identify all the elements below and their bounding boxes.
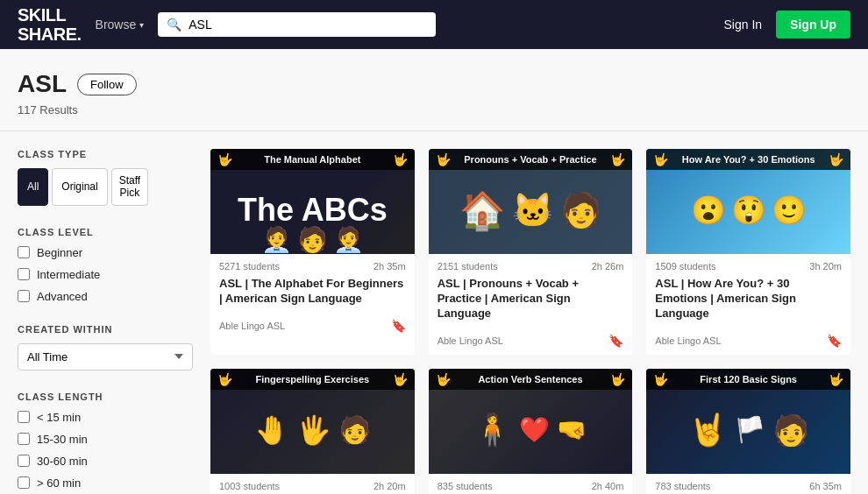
course-card-2[interactable]: 🤟 Pronouns + Vocab + Practice 🤟 🏠 🐱 🧑 21… [429, 149, 633, 355]
signup-button[interactable]: Sign Up [776, 11, 850, 39]
bookmark-icon-3[interactable]: 🔖 [827, 334, 842, 348]
course-students-3: 1509 students [655, 261, 715, 272]
class-type-filter: CLASS TYPE All Original StaffPick [18, 149, 193, 206]
beginner-checkbox-input[interactable] [18, 246, 30, 258]
course-students-1: 5271 students [219, 261, 280, 272]
chevron-down-icon: ▾ [139, 20, 144, 30]
course-thumbnail-2: 🤟 Pronouns + Vocab + Practice 🤟 🏠 🐱 🧑 [429, 149, 633, 254]
course-author-1: Able Lingo ASL [219, 321, 285, 331]
length-30-60min-input[interactable] [18, 455, 30, 467]
course-title-1: ASL | The Alphabet For Beginners | Ameri… [219, 277, 406, 307]
course-card-4[interactable]: 🤟 Fingerspelling Exercises 🤟 🤚 🖐️ 🧑 1003… [210, 369, 415, 494]
length-15-30min-input[interactable] [18, 433, 30, 445]
search-icon: 🔍 [167, 18, 181, 32]
thumb-banner-6: 🤟 First 120 Basic Signs 🤟 [646, 369, 850, 390]
course-students-4: 1003 students [219, 481, 280, 491]
length-60min-plus-input[interactable] [18, 476, 30, 489]
type-btn-all[interactable]: All [18, 168, 48, 206]
sidebar: CLASS TYPE All Original StaffPick CLASS … [18, 149, 193, 494]
banner-icon-1: 🤟 [217, 152, 232, 166]
length-30-60min-checkbox[interactable]: 30-60 min [18, 455, 193, 468]
course-title-3: ASL | How Are You? + 30 Emotions | Ameri… [655, 277, 842, 321]
type-btn-original[interactable]: Original [52, 168, 107, 206]
course-students-5: 835 students [438, 481, 493, 491]
course-grid: 🤟 The Manual Alphabet 🤟 The ABCs 🧑‍💼 🧑 🧑… [210, 149, 850, 494]
main-container: ASL Follow 117 Results CLASS TYPE All Or… [0, 49, 868, 494]
banner-icon-right-6: 🤟 [829, 372, 843, 386]
course-duration-3: 3h 20m [809, 261, 842, 272]
banner-icon-right-4: 🤟 [393, 372, 408, 386]
thumb-banner-5: 🤟 Action Verb Sentences 🤟 [429, 369, 633, 390]
bookmark-icon-2[interactable]: 🔖 [608, 334, 623, 348]
course-duration-6: 6h 35m [809, 481, 842, 491]
course-info-4: 1003 students 2h 20m ASL | Fingerspellin… [210, 474, 415, 494]
advanced-checkbox-input[interactable] [18, 290, 30, 302]
course-meta-6: 783 students 6h 35m [655, 481, 842, 491]
banner-icon-4: 🤟 [217, 372, 232, 386]
content-row: CLASS TYPE All Original StaffPick CLASS … [0, 131, 868, 494]
course-duration-2: 2h 26m [592, 261, 624, 272]
thumb-banner-1: 🤟 The Manual Alphabet 🤟 [210, 149, 415, 170]
banner-icon-right-2: 🤟 [610, 152, 625, 166]
search-box: 🔍 [158, 12, 436, 37]
course-info-2: 2151 students 2h 26m ASL | Pronouns + Vo… [429, 254, 633, 334]
intermediate-checkbox[interactable]: Intermediate [18, 268, 193, 281]
course-footer-2: Able Lingo ASL 🔖 [429, 334, 633, 355]
signin-button[interactable]: Sign In [724, 18, 763, 32]
bookmark-icon-1[interactable]: 🔖 [391, 319, 406, 333]
page-header: ASL Follow 117 Results [0, 49, 868, 131]
thumb-banner-4: 🤟 Fingerspelling Exercises 🤟 [210, 369, 415, 390]
course-duration-5: 2h 40m [592, 481, 624, 491]
course-thumbnail-5: 🤟 Action Verb Sentences 🤟 🧍 ❤️ 🤜 [429, 369, 633, 474]
course-duration-4: 2h 20m [374, 481, 406, 491]
banner-icon-5: 🤟 [436, 372, 451, 386]
course-card-3[interactable]: 🤟 How Are You? + 30 Emotions 🤟 😮 😲 🙂 150… [646, 149, 850, 355]
intermediate-checkbox-input[interactable] [18, 268, 30, 280]
course-footer-3: Able Lingo ASL 🔖 [646, 334, 850, 355]
course-meta-4: 1003 students 2h 20m [219, 481, 406, 491]
banner-icon-2: 🤟 [436, 152, 451, 166]
length-15-30min-checkbox[interactable]: 15-30 min [18, 433, 193, 446]
course-students-6: 783 students [655, 481, 710, 491]
thumb-banner-2: 🤟 Pronouns + Vocab + Practice 🤟 [429, 149, 633, 170]
browse-menu[interactable]: Browse ▾ [96, 18, 145, 32]
class-type-title: CLASS TYPE [18, 149, 193, 159]
course-meta-3: 1509 students 3h 20m [655, 261, 842, 272]
banner-icon-3: 🤟 [653, 152, 668, 166]
logo: SKILL SHARE. [18, 5, 82, 44]
course-thumbnail-4: 🤟 Fingerspelling Exercises 🤟 🤚 🖐️ 🧑 [210, 369, 415, 474]
course-duration-1: 2h 35m [374, 261, 406, 272]
thumb-banner-3: 🤟 How Are You? + 30 Emotions 🤟 [646, 149, 850, 170]
follow-button[interactable]: Follow [77, 74, 137, 95]
banner-icon-right-3: 🤟 [829, 152, 843, 166]
class-length-filter: CLASS LENGTH < 15 min 15-30 min 30-60 mi… [18, 392, 193, 490]
course-card-5[interactable]: 🤟 Action Verb Sentences 🤟 🧍 ❤️ 🤜 835 stu… [429, 369, 633, 494]
length-15min-input[interactable] [18, 411, 30, 423]
banner-icon-6: 🤟 [653, 372, 668, 386]
class-type-buttons: All Original StaffPick [18, 168, 193, 206]
course-info-1: 5271 students 2h 35m ASL | The Alphabet … [210, 254, 415, 319]
navbar: SKILL SHARE. Browse ▾ 🔍 Sign In Sign Up [0, 0, 868, 49]
course-author-2: Able Lingo ASL [438, 335, 503, 346]
course-thumbnail-3: 🤟 How Are You? + 30 Emotions 🤟 😮 😲 🙂 [646, 149, 850, 254]
search-input[interactable] [189, 18, 427, 32]
course-card-6[interactable]: 🤟 First 120 Basic Signs 🤟 🤘 🏳️ 🧑 783 stu… [646, 369, 850, 494]
course-author-3: Able Lingo ASL [655, 335, 721, 346]
advanced-checkbox[interactable]: Advanced [18, 290, 193, 303]
course-card-1[interactable]: 🤟 The Manual Alphabet 🤟 The ABCs 🧑‍💼 🧑 🧑… [210, 149, 415, 355]
course-title-2: ASL | Pronouns + Vocab + Practice | Amer… [438, 277, 624, 321]
course-students-2: 2151 students [438, 261, 498, 272]
course-info-5: 835 students 2h 40m ASL | Sentences With… [429, 474, 633, 494]
banner-icon-right-5: 🤟 [610, 372, 625, 386]
length-60min-plus-checkbox[interactable]: > 60 min [18, 476, 193, 490]
type-btn-staff-pick[interactable]: StaffPick [111, 168, 148, 206]
class-level-title: CLASS LEVEL [18, 227, 193, 237]
created-within-title: CREATED WITHIN [18, 324, 193, 335]
created-within-filter: CREATED WITHIN All Time Past Month Past … [18, 324, 193, 370]
results-count: 117 Results [18, 103, 850, 116]
class-length-title: CLASS LENGTH [18, 392, 193, 402]
beginner-checkbox[interactable]: Beginner [18, 246, 193, 259]
created-within-select[interactable]: All Time Past Month Past Year [18, 343, 193, 370]
course-info-6: 783 students 6h 35m ASL | First 120 Basi… [646, 474, 850, 494]
length-15min-checkbox[interactable]: < 15 min [18, 411, 193, 424]
